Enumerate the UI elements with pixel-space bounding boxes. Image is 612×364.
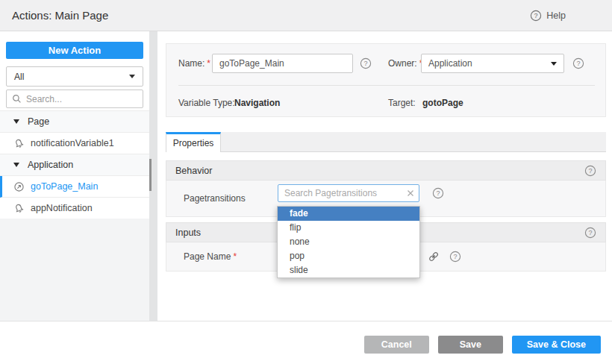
action-footer: Cancel Save Save & Close — [0, 321, 612, 364]
panel-divider — [178, 85, 595, 86]
required-asterisk: * — [233, 251, 237, 262]
tree-group-label: Application — [28, 160, 73, 170]
dropdown-option-fade[interactable]: fade — [278, 207, 419, 221]
bell-icon — [13, 138, 25, 149]
owner-help-icon[interactable]: ? — [572, 57, 584, 69]
behavior-section-header: Behavior ? — [166, 160, 606, 181]
sidebar-empty-area — [0, 219, 149, 321]
pagetransitions-search-input[interactable] — [283, 188, 404, 198]
owner-dropdown-value: Application — [428, 58, 472, 69]
pagetransitions-help-icon[interactable]: ? — [432, 187, 444, 199]
help-button[interactable]: ? Help — [530, 10, 566, 22]
svg-text:?: ? — [453, 253, 457, 260]
panel-splitter — [149, 31, 157, 321]
variable-type-value: Navigation — [234, 93, 280, 113]
dropdown-option-none[interactable]: none — [278, 235, 419, 249]
inputs-help-icon[interactable]: ? — [584, 227, 596, 239]
bell-icon — [13, 203, 25, 214]
page-title: Actions: Main Page — [12, 9, 108, 22]
cancel-button[interactable]: Cancel — [364, 336, 429, 354]
required-asterisk: * — [207, 58, 210, 69]
filter-dropdown-value: All — [14, 72, 24, 82]
variable-type-label: Variable Type: — [178, 93, 235, 113]
collapse-triangle-icon — [13, 163, 19, 167]
tree-item-label: goToPage_Main — [31, 181, 98, 192]
pagetransitions-dropdown: fade flip none pop slide — [277, 206, 420, 278]
tree-item-notificationvariable1[interactable]: notificationVariable1 — [0, 133, 149, 154]
dropdown-option-slide[interactable]: slide — [278, 263, 419, 277]
behavior-section-title: Behavior — [175, 166, 212, 176]
name-field[interactable] — [212, 54, 353, 73]
dropdown-option-flip[interactable]: flip — [278, 221, 419, 235]
svg-text:?: ? — [363, 60, 367, 67]
svg-text:?: ? — [534, 12, 538, 19]
chevron-down-icon — [129, 75, 135, 78]
page-name-label: Page Name* — [184, 242, 237, 271]
target-label: Target: — [388, 93, 416, 113]
dropdown-option-pop[interactable]: pop — [278, 249, 419, 263]
svg-text:?: ? — [588, 229, 592, 236]
tree-item-label: appNotification — [31, 203, 93, 213]
tab-bar: Properties — [166, 132, 606, 152]
svg-text:?: ? — [588, 167, 592, 175]
filter-dropdown[interactable]: All — [6, 66, 143, 87]
clear-icon[interactable] — [407, 189, 414, 197]
tree-item-gotopage-main[interactable]: goToPage_Main — [0, 176, 149, 198]
save-button[interactable]: Save — [438, 336, 503, 354]
svg-text:?: ? — [576, 60, 580, 67]
actions-editor-window: Actions: Main Page ? Help New Action All — [0, 0, 612, 364]
actions-tree: Page notificationVariable1 Application — [0, 110, 149, 219]
search-input[interactable] — [26, 94, 137, 104]
pagetransitions-combobox[interactable] — [278, 184, 419, 202]
name-help-icon[interactable]: ? — [360, 57, 372, 69]
sidebar-search[interactable] — [6, 90, 143, 108]
owner-label: Owner:* — [388, 54, 422, 73]
search-icon — [12, 94, 22, 104]
collapse-triangle-icon — [13, 119, 19, 124]
actions-sidebar: New Action All Page — [0, 31, 149, 321]
tree-group-label: Page — [28, 116, 49, 127]
help-icon: ? — [530, 10, 542, 22]
behavior-help-icon[interactable]: ? — [584, 165, 596, 177]
navigation-icon — [13, 181, 25, 192]
action-summary-panel: Name:* ? Owner:* Application ? — [166, 43, 606, 117]
owner-dropdown[interactable]: Application — [421, 54, 564, 73]
page-name-help-icon[interactable]: ? — [449, 251, 461, 263]
link-icon[interactable] — [428, 251, 440, 263]
sidebar-scrollbar[interactable] — [149, 159, 152, 191]
action-detail-panel: Name:* ? Owner:* Application ? — [157, 31, 612, 321]
window-header: Actions: Main Page ? Help — [0, 0, 612, 31]
new-action-button[interactable]: New Action — [6, 42, 143, 59]
target-value: gotoPage — [422, 93, 463, 113]
chevron-down-icon — [551, 62, 557, 66]
help-label: Help — [546, 10, 566, 21]
svg-text:?: ? — [436, 189, 440, 197]
save-and-close-button[interactable]: Save & Close — [512, 336, 601, 354]
pagetransitions-label: Pagetransitions — [184, 181, 246, 216]
name-label: Name:* — [178, 54, 210, 73]
tree-item-appnotification[interactable]: appNotification — [0, 198, 149, 219]
tab-properties[interactable]: Properties — [166, 132, 221, 152]
tab-label: Properties — [173, 138, 214, 148]
tree-item-label: notificationVariable1 — [31, 138, 114, 148]
tree-group-application[interactable]: Application — [0, 154, 149, 176]
inputs-section-title: Inputs — [175, 228, 201, 238]
tree-group-page[interactable]: Page — [0, 111, 149, 133]
